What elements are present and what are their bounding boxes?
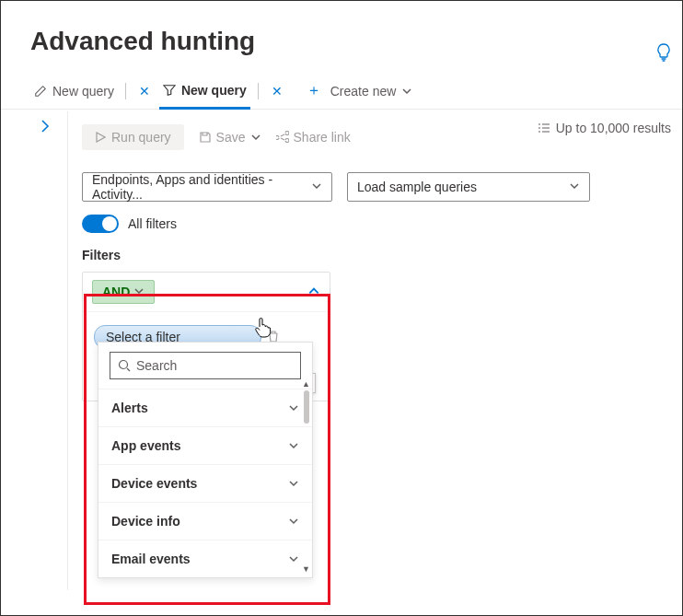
logic-operator-label: AND	[102, 285, 130, 299]
filter-category-alerts[interactable]: Alerts	[98, 389, 312, 426]
filters-heading: Filters	[82, 248, 682, 262]
collapse-filter-group-button[interactable]	[307, 285, 320, 300]
funnel-icon	[163, 84, 176, 97]
play-icon	[95, 132, 106, 143]
plus-icon: ＋	[307, 81, 321, 100]
category-label: Device info	[111, 514, 180, 529]
save-button[interactable]: Save	[199, 130, 261, 145]
pencil-icon	[34, 85, 47, 98]
tab-new-query-2[interactable]: New query	[159, 74, 250, 110]
sample-queries-dropdown[interactable]: Load sample queries	[347, 172, 590, 202]
scope-dropdown[interactable]: Endpoints, Apps and identities - Activit…	[82, 172, 332, 202]
chevron-down-icon	[288, 402, 299, 413]
expand-panel-button[interactable]	[38, 119, 58, 139]
filter-search-input[interactable]: Search	[110, 352, 301, 379]
filter-category-device-info[interactable]: Device info	[98, 502, 312, 540]
sample-label: Load sample queries	[357, 180, 477, 194]
panel-separator	[67, 111, 68, 590]
search-icon	[118, 359, 131, 372]
tab-new-query-1[interactable]: New query	[30, 73, 118, 109]
chevron-down-icon	[288, 553, 299, 564]
chevron-down-icon	[250, 132, 261, 143]
filter-category-email-events[interactable]: Email events	[98, 540, 312, 577]
svg-point-0	[120, 361, 128, 369]
scrollbar-thumb[interactable]	[304, 390, 309, 424]
run-query-button[interactable]: Run query	[82, 124, 184, 150]
run-query-label: Run query	[111, 130, 171, 145]
chevron-down-icon	[401, 86, 412, 97]
category-label: App events	[111, 438, 180, 453]
page-title: Advanced hunting	[1, 1, 682, 73]
chevron-down-icon	[288, 440, 299, 451]
scroll-up-arrow-icon[interactable]: ▲	[302, 379, 310, 389]
tab-bar: New query ✕ New query ✕ ＋ Create new	[1, 73, 682, 110]
help-lightbulb-icon[interactable]	[656, 43, 671, 66]
category-label: Device events	[111, 476, 197, 491]
divider	[125, 83, 126, 99]
chevron-down-icon	[288, 478, 299, 489]
scope-label: Endpoints, Apps and identities - Activit…	[92, 172, 311, 202]
close-icon[interactable]: ✕	[133, 84, 156, 99]
tab-label: New query	[52, 84, 114, 99]
logic-operator-chip[interactable]: AND	[92, 280, 155, 304]
results-limit-label: Up to 10,000 results	[556, 121, 671, 135]
filter-category-panel: Search ▲ Alerts App events Device events…	[98, 342, 313, 578]
chevron-down-icon	[288, 516, 299, 527]
chevron-down-icon	[569, 180, 580, 194]
save-icon	[199, 131, 212, 144]
list-icon	[538, 122, 550, 134]
close-icon[interactable]: ✕	[266, 84, 288, 99]
all-filters-label: All filters	[128, 216, 177, 231]
all-filters-toggle[interactable]	[82, 215, 119, 233]
search-placeholder: Search	[136, 358, 177, 373]
share-link-button[interactable]: Share link	[276, 130, 351, 145]
category-label: Alerts	[111, 401, 148, 415]
tab-label: New query	[181, 83, 247, 98]
save-label: Save	[216, 130, 246, 145]
scroll-down-arrow-icon[interactable]: ▼	[302, 564, 310, 574]
divider	[258, 83, 259, 99]
create-new-label: Create new	[330, 84, 397, 99]
category-label: Email events	[111, 552, 191, 566]
share-icon	[276, 131, 289, 144]
query-toolbar: Run query Save Share link Up to 10,000 r…	[82, 119, 682, 156]
results-limit[interactable]: Up to 10,000 results	[538, 121, 671, 135]
share-label: Share link	[294, 130, 351, 145]
filter-category-device-events[interactable]: Device events	[98, 464, 312, 502]
create-new-button[interactable]: ＋ Create new	[303, 73, 417, 109]
filter-category-app-events[interactable]: App events	[98, 426, 312, 464]
chevron-down-icon	[133, 285, 145, 298]
chevron-down-icon	[311, 180, 322, 194]
